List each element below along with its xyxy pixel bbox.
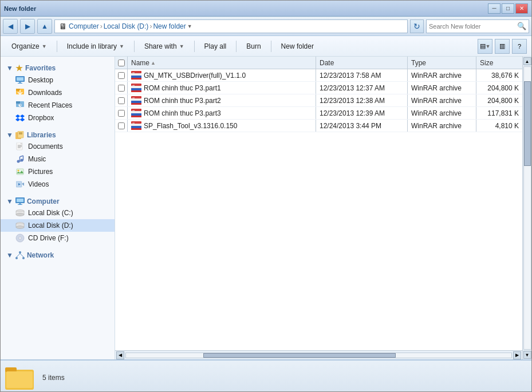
local-disk-c-icon — [15, 208, 25, 217]
file-checkbox-1[interactable] — [115, 82, 128, 94]
v-scroll-up[interactable]: ▲ — [523, 57, 531, 65]
svg-marker-16 — [20, 118, 25, 121]
col-date-label: Date — [320, 59, 334, 67]
up-button[interactable]: ▲ — [37, 19, 52, 34]
include-library-button[interactable]: Include in library ▼ — [61, 38, 131, 54]
breadcrumb-localdisk[interactable]: Local Disk (D:) — [104, 22, 149, 30]
refresh-button[interactable]: ↻ — [410, 19, 424, 33]
table-row[interactable]: SP_Flash_Tool_v3.1316.0.150 12/24/2013 3… — [115, 120, 522, 132]
svg-rect-38 — [19, 203, 21, 204]
svg-rect-85 — [5, 367, 17, 372]
videos-icon — [15, 180, 25, 189]
toolbar-sep-4 — [236, 41, 237, 52]
table-row[interactable]: ROM chinh thuc P3.part3 12/23/2013 12:39… — [115, 107, 522, 120]
breadcrumb-newfolder[interactable]: New folder — [153, 22, 186, 30]
minimize-button[interactable]: ─ — [488, 3, 501, 14]
breadcrumb[interactable]: 🖥 Computer › Local Disk (D:) › New folde… — [54, 19, 408, 33]
file-checkbox-4[interactable] — [115, 120, 128, 132]
sidebar-item-dropbox[interactable]: Dropbox — [1, 112, 115, 124]
svg-rect-58 — [132, 72, 135, 73]
file-checkbox-3[interactable] — [115, 107, 128, 119]
sidebar-item-pictures[interactable]: Pictures — [1, 165, 115, 178]
views-caret: ▼ — [486, 43, 491, 49]
h-scroll-thumb[interactable] — [203, 353, 396, 358]
file-name-text: ROM chinh thuc P3.part2 — [144, 97, 221, 105]
search-icon[interactable]: 🔍 — [517, 22, 526, 30]
svg-rect-86 — [6, 371, 33, 388]
sidebar-section-favorites[interactable]: ▼ ★ Favorites — [1, 61, 115, 74]
sidebar-item-desktop[interactable]: Desktop — [1, 74, 115, 86]
sidebar-item-downloads[interactable]: Downloads — [1, 86, 115, 99]
help-button[interactable]: ? — [512, 39, 527, 54]
bottom-bar: 5 items — [1, 359, 531, 392]
back-button[interactable]: ◀ — [3, 19, 18, 34]
maximize-button[interactable]: □ — [502, 3, 514, 14]
new-folder-label: New folder — [281, 42, 314, 50]
svg-rect-75 — [131, 116, 141, 117]
music-icon — [15, 155, 25, 164]
svg-rect-39 — [18, 204, 22, 205]
svg-rect-67 — [131, 98, 141, 101]
share-with-button[interactable]: Share with ▼ — [138, 38, 191, 54]
toolbar-sep-3 — [194, 41, 195, 52]
breadcrumb-computer[interactable]: Computer — [69, 22, 99, 30]
pane-button[interactable]: ▥ — [495, 39, 510, 54]
sidebar-item-videos[interactable]: Videos — [1, 178, 115, 191]
search-input[interactable] — [429, 23, 515, 30]
v-scroll-thumb[interactable] — [524, 81, 531, 166]
toolbar-right: ▤ ▼ ▥ ? — [478, 39, 527, 54]
col-header-date[interactable]: Date — [316, 57, 408, 69]
file-checkbox-2[interactable] — [115, 94, 128, 106]
share-with-label: Share with — [144, 42, 177, 50]
svg-rect-62 — [131, 88, 141, 90]
sidebar-item-local-disk-c[interactable]: Local Disk (C:) — [1, 207, 115, 219]
sidebar-section-network[interactable]: ▼ Network — [1, 249, 115, 260]
svg-rect-81 — [131, 128, 141, 130]
check-all[interactable] — [115, 57, 128, 69]
close-button[interactable]: ✕ — [515, 3, 528, 14]
h-scroll-left[interactable]: ◀ — [116, 351, 124, 359]
sidebar-section-computer[interactable]: ▼ Computer — [1, 195, 115, 207]
organize-caret: ▼ — [42, 43, 47, 49]
sidebar-item-music[interactable]: Music — [1, 153, 115, 165]
col-header-size[interactable]: Size — [476, 57, 522, 69]
sidebar-item-local-disk-d[interactable]: Local Disk (D:) — [1, 219, 115, 232]
computer-section-icon — [15, 197, 25, 205]
column-header: Name ▲ Date Type Size — [115, 57, 522, 69]
check-all-input[interactable] — [118, 60, 125, 66]
recent-places-icon — [15, 101, 25, 110]
col-header-name[interactable]: Name ▲ — [128, 57, 316, 69]
sidebar-section-libraries[interactable]: ▼ Libraries — [1, 129, 115, 140]
sidebar-item-cd-drive[interactable]: CD Drive (F:) — [1, 232, 115, 244]
table-row[interactable]: ROM chinh thuc P3.part1 12/23/2013 12:37… — [115, 82, 522, 94]
h-scroll-track[interactable] — [125, 353, 512, 358]
local-disk-d-label: Local Disk (D:) — [28, 221, 73, 229]
forward-button[interactable]: ▶ — [20, 19, 35, 34]
file-type-0: WinRAR archive — [408, 69, 476, 81]
burn-button[interactable]: Burn — [240, 38, 267, 54]
col-header-type[interactable]: Type — [408, 57, 476, 69]
sidebar-divider-2 — [1, 191, 115, 195]
v-scroll-down[interactable]: ▼ — [523, 351, 531, 359]
share-with-caret: ▼ — [179, 43, 184, 49]
svg-point-32 — [18, 170, 19, 172]
svg-rect-31 — [17, 169, 23, 175]
computer-label: Computer — [27, 197, 60, 205]
rar-icon — [131, 84, 141, 93]
v-scroll-track[interactable] — [523, 66, 531, 350]
table-row[interactable]: GN_MTK_USBDriver(full)_V1.1.0 12/23/2013… — [115, 69, 522, 82]
breadcrumb-caret[interactable]: ▼ — [187, 23, 192, 29]
new-folder-button[interactable]: New folder — [275, 38, 320, 54]
play-all-button[interactable]: Play all — [198, 38, 233, 54]
organize-button[interactable]: Organize ▼ — [5, 38, 53, 54]
views-button[interactable]: ▤ ▼ — [478, 39, 492, 54]
sidebar-item-recent-places[interactable]: Recent Places — [1, 99, 115, 112]
file-size-0: 38,676 K — [476, 69, 522, 81]
table-row[interactable]: ROM chinh thuc P3.part2 12/23/2013 12:38… — [115, 94, 522, 107]
sidebar-item-documents[interactable]: Documents — [1, 140, 115, 153]
window-title: New folder — [4, 5, 36, 12]
file-name-0: GN_MTK_USBDriver(full)_V1.1.0 — [128, 69, 316, 81]
network-collapse-icon: ▼ — [6, 251, 13, 259]
file-checkbox-0[interactable] — [115, 69, 128, 81]
h-scroll-right[interactable]: ▶ — [513, 351, 521, 359]
